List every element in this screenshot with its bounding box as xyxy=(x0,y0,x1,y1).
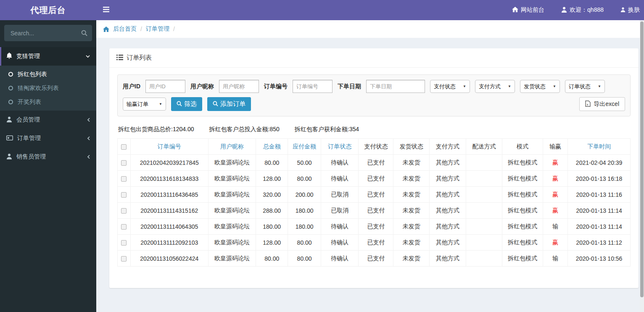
header-time[interactable]: 下单时间 xyxy=(568,139,631,155)
list-icon xyxy=(116,54,123,61)
pay-status-select[interactable]: 支付状态▼ xyxy=(430,80,470,93)
winlose-select[interactable]: 输赢订单▼ xyxy=(123,98,166,111)
sidebar-subitem-red-packet-list[interactable]: 拆红包列表 xyxy=(0,67,96,81)
table-row: 202001131618134833欧皇源码论坛128.0080.00待确认已支… xyxy=(118,171,631,187)
sidebar-item-sales-management[interactable]: 销售员管理 xyxy=(0,148,96,166)
cell-time: 2020-01-13 10:56 xyxy=(568,251,631,267)
app-logo[interactable]: 代理后台 xyxy=(0,0,96,20)
cell-nickname: 欧皇源码论坛 xyxy=(208,203,256,219)
panel-title: 订单列表 xyxy=(127,54,152,62)
search-icon[interactable] xyxy=(81,30,87,38)
nickname-input[interactable] xyxy=(219,80,259,93)
frontend-link[interactable]: 网站前台 xyxy=(512,6,544,14)
cell-ship-status: 未发货 xyxy=(393,251,429,267)
sidebar-item-order-management[interactable]: 订单管理 xyxy=(0,129,96,148)
cell-order-no: 202001131116436485 xyxy=(130,187,208,203)
cell-delivery xyxy=(466,219,502,235)
cell-ship-status: 未发货 xyxy=(393,203,429,219)
user-id-label: 用户ID xyxy=(123,83,140,90)
cell-pay-status: 已支付 xyxy=(359,155,393,171)
sidebar-subitem-lottery-list[interactable]: 开奖列表 xyxy=(0,95,96,109)
row-checkbox[interactable] xyxy=(121,224,127,230)
header-nickname[interactable]: 用户昵称 xyxy=(208,139,256,155)
cell-checkbox xyxy=(118,155,131,171)
cell-total: 128.00 xyxy=(256,171,288,187)
cell-nickname: 欧皇源码论坛 xyxy=(208,171,256,187)
row-checkbox[interactable] xyxy=(121,240,127,246)
sidebar-item-member-management[interactable]: 会员管理 xyxy=(0,111,96,129)
order-date-input[interactable] xyxy=(366,80,425,93)
export-excel-button[interactable]: x 导出excel xyxy=(579,97,625,111)
cell-nickname: 欧皇源码论坛 xyxy=(208,219,256,235)
change-skin-link[interactable]: 换肤 xyxy=(620,6,640,14)
top-bar: 代理后台 网站前台 欢迎：qh888 xyxy=(0,0,644,20)
header-order-status[interactable]: 订单状态 xyxy=(321,139,359,155)
row-checkbox[interactable] xyxy=(121,256,127,262)
cell-pay-status: 已支付 xyxy=(359,187,393,203)
page-scrollbar[interactable] xyxy=(640,20,644,312)
order-list-panel: 订单列表 用户ID 用户昵称 订单编号 下单日期 支付状态▼ xyxy=(109,48,639,288)
cell-checkbox xyxy=(118,235,131,251)
sidebar-subitem-guess-happy-list[interactable]: 猜阄家欢乐列表 xyxy=(0,81,96,95)
caret-icon: ▼ xyxy=(508,85,511,88)
user-icon xyxy=(561,7,567,14)
cell-pay-method: 其他方式 xyxy=(429,251,466,267)
filter-row-2: 输赢订单▼ 筛选 添加订单 xyxy=(123,97,625,111)
cell-mode: 拆红包模式 xyxy=(502,219,543,235)
pay-method-select[interactable]: 支付方式▼ xyxy=(475,80,515,93)
cell-total: 180.00 xyxy=(256,219,288,235)
sidebar-menu: 竞猜管理 拆红包列表 猜阄家欢乐列表 开奖列表 会员管理 xyxy=(0,47,96,166)
user-id-input[interactable] xyxy=(145,80,185,93)
cell-nickname: 欧皇源码论坛 xyxy=(208,235,256,251)
header-payable[interactable]: 应付金额 xyxy=(288,139,321,155)
cell-pay-method: 其他方式 xyxy=(429,155,466,171)
cell-payable: 200.00 xyxy=(288,187,321,203)
cell-time: 2020-01-13 16:18 xyxy=(568,171,631,187)
order-status-select[interactable]: 订单状态▼ xyxy=(565,80,605,93)
search-input[interactable] xyxy=(4,25,92,41)
breadcrumb-current-link[interactable]: 订单管理 xyxy=(146,25,169,33)
header-pay-method: 支付方式 xyxy=(429,139,466,155)
welcome-user[interactable]: 欢迎：qh888 xyxy=(561,6,604,14)
cell-checkbox xyxy=(118,203,131,219)
cell-checkbox xyxy=(118,171,131,187)
sidebar-toggle-button[interactable] xyxy=(96,0,116,20)
header-order-no[interactable]: 订单编号 xyxy=(130,139,208,155)
circle-icon xyxy=(8,100,13,104)
cell-ship-status: 未发货 xyxy=(393,219,429,235)
sidebar-item-guess-management[interactable]: 竞猜管理 xyxy=(0,47,96,66)
cell-result: 赢 xyxy=(543,235,567,251)
cell-order-status: 已取消 xyxy=(321,187,359,203)
cell-checkbox xyxy=(118,219,131,235)
cell-total: 320.00 xyxy=(256,187,288,203)
caret-icon: ▼ xyxy=(553,85,556,88)
cell-payable: 80.00 xyxy=(288,171,321,187)
row-checkbox[interactable] xyxy=(121,176,127,182)
breadcrumb-home-link[interactable]: 后台首页 xyxy=(113,25,137,33)
cell-delivery xyxy=(466,203,502,219)
cell-delivery xyxy=(466,235,502,251)
select-all-checkbox[interactable] xyxy=(121,144,127,150)
cell-order-status: 待确认 xyxy=(321,171,359,187)
row-checkbox[interactable] xyxy=(121,208,127,214)
row-checkbox[interactable] xyxy=(121,192,127,198)
cell-order-status: 待确认 xyxy=(321,155,359,171)
cell-ship-status: 未发货 xyxy=(393,187,429,203)
cell-order-status: 已取消 xyxy=(321,203,359,219)
ship-status-select[interactable]: 发货状态▼ xyxy=(520,80,560,93)
cell-order-status: 待确认 xyxy=(321,219,359,235)
cell-mode: 拆红包模式 xyxy=(502,171,543,187)
order-no-input[interactable] xyxy=(293,80,333,93)
row-checkbox[interactable] xyxy=(121,160,127,166)
summary-total-invested: 拆红包客户总投入金额:850 xyxy=(209,126,280,133)
filter-button[interactable]: 筛选 xyxy=(171,97,202,111)
scrollbar-thumb[interactable] xyxy=(640,21,644,297)
cell-payable: 80.00 xyxy=(288,251,321,267)
header-ship-status: 发货状态 xyxy=(393,139,429,155)
members-icon xyxy=(6,116,12,124)
header-total[interactable]: 总金额 xyxy=(256,139,288,155)
add-order-button[interactable]: 添加订单 xyxy=(207,97,251,111)
cell-ship-status: 未发货 xyxy=(393,235,429,251)
cell-payable: 50.00 xyxy=(288,155,321,171)
cell-time: 2020-01-13 11:16 xyxy=(568,187,631,203)
